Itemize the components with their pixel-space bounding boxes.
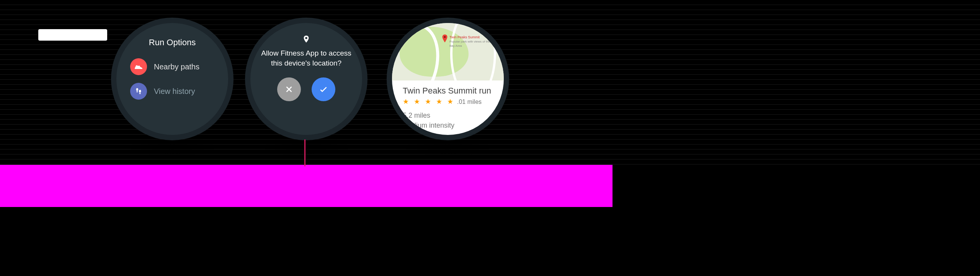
- distance-small: .01 miles: [457, 99, 482, 105]
- star-rating: ★ ★ ★ ★ ★.01 miles: [403, 96, 493, 106]
- white-tab: [38, 29, 107, 41]
- watch-run-options: Run Options Nearby paths View history: [111, 18, 234, 140]
- marker-title: Twin Peaks Summit: [449, 35, 480, 39]
- prompt-app-name: Fitness App: [281, 49, 318, 57]
- close-icon: [284, 84, 294, 94]
- stars: ★ ★ ★ ★ ★: [403, 98, 455, 105]
- run-intensity: Medium intensity: [403, 120, 493, 130]
- run-title: Twin Peaks Summit run: [403, 86, 493, 96]
- allow-button[interactable]: [312, 77, 335, 101]
- svg-point-2: [139, 90, 141, 92]
- shoe-icon: [130, 58, 147, 75]
- svg-rect-1: [137, 91, 138, 92]
- watch-permission-dialog: Allow Fitness App to access this device'…: [245, 18, 368, 140]
- check-icon: [318, 84, 328, 94]
- footsteps-icon: [130, 83, 147, 100]
- run-card: Twin Peaks Summit run ★ ★ ★ ★ ★.01 miles…: [392, 80, 504, 130]
- menu-item-label: Nearby paths: [154, 62, 199, 71]
- map-view[interactable]: Twin Peaks Summit Popular park with view…: [392, 23, 504, 80]
- map-marker-label: Twin Peaks Summit Popular park with view…: [449, 35, 492, 48]
- menu-item-nearby-paths[interactable]: Nearby paths: [116, 54, 228, 79]
- callout-line: [304, 140, 305, 166]
- prompt-pre: Allow: [261, 49, 281, 57]
- watch-run-detail: Twin Peaks Summit Popular park with view…: [387, 18, 509, 140]
- marker-subtitle: Popular park with views of the Bay Area: [449, 40, 490, 48]
- menu-item-label: View history: [154, 87, 195, 96]
- menu-item-view-history[interactable]: View history: [116, 79, 228, 104]
- permission-prompt: Allow Fitness App to access this device'…: [250, 46, 362, 68]
- deny-button[interactable]: [277, 77, 301, 101]
- run-meta: 5.2 miles Medium intensity: [403, 106, 493, 130]
- run-length: 5.2 miles: [403, 110, 493, 120]
- map-marker-icon: [442, 34, 448, 44]
- svg-rect-3: [139, 93, 141, 94]
- svg-point-0: [136, 88, 139, 91]
- svg-point-4: [444, 36, 446, 38]
- permission-buttons: [250, 68, 362, 101]
- magenta-bar: [0, 165, 612, 207]
